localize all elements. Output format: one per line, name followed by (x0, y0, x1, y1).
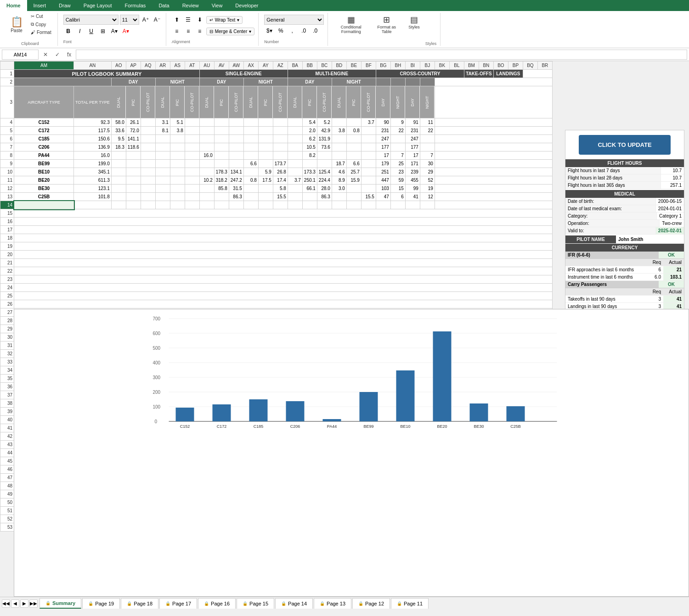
logbook-title: PILOT LOGBOOK SUMMARY (14, 70, 200, 78)
page18-lock-icon: 🔒 (127, 601, 132, 606)
tab-next-btn[interactable]: ▶▶ (29, 599, 38, 608)
svg-rect-16 (176, 408, 194, 421)
confirm-formula-btn[interactable]: ✓ (52, 50, 62, 60)
svg-text:C206: C206 (290, 424, 300, 429)
merge-center-btn[interactable]: ⊟ Merge & Center ▾ (206, 28, 255, 35)
cancel-formula-btn[interactable]: ✕ (40, 50, 51, 60)
svg-rect-26 (360, 392, 378, 421)
tab-page14[interactable]: 🔒 Page 14 (275, 598, 313, 609)
tab-page-layout[interactable]: Page Layout (77, 0, 119, 11)
page14-lock-icon: 🔒 (281, 601, 286, 606)
number-format-select[interactable]: GeneralNumberCurrency (264, 15, 324, 25)
italic-btn[interactable]: I (75, 26, 85, 36)
format-button[interactable]: 🖌 Format (28, 29, 54, 36)
styles-label: Styles (425, 40, 437, 46)
percent-btn[interactable]: % (276, 26, 286, 36)
takeoffs-90-row: Takeoffs in last 90 days 3 41 (565, 296, 684, 303)
tab-page19[interactable]: 🔒 Page 19 (82, 598, 120, 609)
currency-btn[interactable]: $▾ (264, 26, 274, 36)
formula-input[interactable] (76, 50, 687, 60)
table-row: 18 (0, 234, 553, 242)
page13-lock-icon: 🔒 (320, 601, 325, 606)
alignment-group: ⬆ ☰ ⬇ ↵ Wrap Text ▾ ≡ ≡ ≡ ⊟ Merge & Cent… (168, 13, 259, 46)
decrease-decimal-btn[interactable]: .0 (310, 26, 320, 36)
fill-color-btn[interactable]: A▾ (109, 26, 119, 36)
tab-page16[interactable]: 🔒 Page 16 (198, 598, 236, 609)
svg-text:500: 500 (153, 346, 161, 351)
tab-page17[interactable]: 🔒 Page 17 (159, 598, 197, 609)
paste-button[interactable]: 📋 Paste (6, 14, 27, 35)
table-row: 4 C152 92.3 58.0 26.1 3.1 5.1 5.4 5.2 3.… (0, 118, 553, 127)
svg-text:PA44: PA44 (327, 424, 337, 429)
table-row: 13 C25B 101.8 86.3 15.5 86.3 15.5 47 6 4… (0, 193, 553, 201)
font-color-btn[interactable]: A▾ (121, 26, 131, 36)
tab-prev-btn[interactable]: ◀◀ (2, 599, 10, 608)
bold-btn[interactable]: B (63, 26, 73, 36)
increase-font-btn[interactable]: A⁺ (141, 15, 151, 25)
copy-icon: ⧉ (31, 22, 34, 27)
cell-styles-btn[interactable]: ▤ Styles (405, 13, 424, 31)
tab-scroll-right-btn[interactable]: ▶ (20, 599, 28, 608)
tab-scroll-left-btn[interactable]: ◀ (11, 599, 19, 608)
tab-scroll-container: 🔒 Summary 🔒 Page 19 🔒 Page 18 🔒 Page 17 … (40, 598, 689, 609)
table-row: 2 DAY NIGHT DAY NIGHT DAY NIGHT (0, 78, 553, 86)
align-bottom-btn[interactable]: ⬇ (195, 15, 205, 25)
ribbon-tabs: Home Insert Draw Page Layout Formulas Da… (0, 0, 689, 11)
tab-review[interactable]: Review (176, 0, 205, 11)
align-center-btn[interactable]: ≡ (183, 26, 193, 36)
bar-chart: 700 600 500 400 300 200 100 0 C152 C172 (37, 314, 682, 433)
format-as-table-btn[interactable]: ⊞ Format as Table (370, 13, 403, 36)
medical-dob: Date of birth: 2000-06-15 (565, 198, 684, 205)
align-right-btn[interactable]: ≡ (195, 26, 205, 36)
border-btn[interactable]: ⊞ (98, 26, 108, 36)
tab-view[interactable]: View (205, 0, 229, 11)
name-box[interactable] (2, 50, 39, 60)
tab-draw[interactable]: Draw (52, 0, 77, 11)
font-family-select[interactable]: Calibri (63, 15, 119, 25)
tab-page11[interactable]: 🔒 Page 11 (391, 598, 429, 609)
tab-data[interactable]: Data (152, 0, 175, 11)
tab-page18[interactable]: 🔒 Page 18 (121, 598, 158, 609)
svg-text:BE99: BE99 (363, 424, 373, 429)
align-left-btn[interactable]: ≡ (172, 26, 182, 36)
conditional-formatting-btn[interactable]: ▦ Conditional Formatting (333, 13, 368, 36)
sheet-tabs: ◀◀ ◀ ▶ ▶▶ 🔒 Summary 🔒 Page 19 🔒 Page 18 … (0, 597, 689, 610)
table-row: 23 (0, 275, 553, 284)
tab-page13[interactable]: 🔒 Page 13 (314, 598, 351, 609)
tab-page12[interactable]: 🔒 Page 12 (352, 598, 390, 609)
align-middle-btn[interactable]: ☰ (183, 15, 193, 25)
update-button[interactable]: CLICK TO UPDATE (579, 135, 671, 155)
svg-text:BE10: BE10 (400, 424, 410, 429)
tab-formulas[interactable]: Formulas (119, 0, 152, 11)
merge-chevron: ▾ (249, 29, 251, 34)
table-row: 14 (0, 201, 553, 209)
number-label: Number (264, 39, 324, 44)
copy-button[interactable]: ⧉ Copy (28, 21, 54, 28)
tab-developer[interactable]: Developer (229, 0, 265, 11)
svg-text:0: 0 (155, 419, 158, 424)
medical-exam-date: Date of last medical exam: 2024-01-01 (565, 205, 684, 213)
wrap-text-icon: ↵ (209, 17, 213, 22)
selected-cell[interactable] (14, 201, 74, 209)
wrap-text-btn[interactable]: ↵ Wrap Text ▾ (206, 16, 243, 24)
page16-lock-icon: 🔒 (204, 601, 209, 606)
tab-home[interactable]: Home (0, 0, 27, 11)
tab-page15[interactable]: 🔒 Page 15 (237, 598, 274, 609)
tab-summary[interactable]: 🔒 Summary (40, 598, 81, 609)
table-row: 25 (0, 292, 553, 300)
instrument-time-row: Instrument time in last 6 months 6.0 103… (565, 274, 684, 281)
tab-insert[interactable]: Insert (27, 0, 53, 11)
table-row: 6 C185 150.6 9.5 141.1 6.2 131.9 247 247 (0, 135, 553, 143)
align-top-btn[interactable]: ⬆ (172, 15, 182, 25)
decrease-font-btn[interactable]: A⁻ (152, 15, 162, 25)
insert-function-btn[interactable]: fx (64, 50, 74, 60)
increase-decimal-btn[interactable]: .0 (299, 26, 309, 36)
underline-btn[interactable]: U (86, 26, 96, 36)
table-row: 19 (0, 242, 553, 251)
svg-rect-24 (323, 419, 341, 421)
table-row: 9 BE99 199.0 6.6 173.7 18.7 6.6 179 25 1… (0, 160, 553, 168)
table-row: 26 (0, 300, 553, 308)
font-size-select[interactable]: 11 (120, 15, 139, 25)
cut-button[interactable]: ✂ Cut (28, 13, 54, 20)
comma-btn[interactable]: , (287, 26, 297, 36)
